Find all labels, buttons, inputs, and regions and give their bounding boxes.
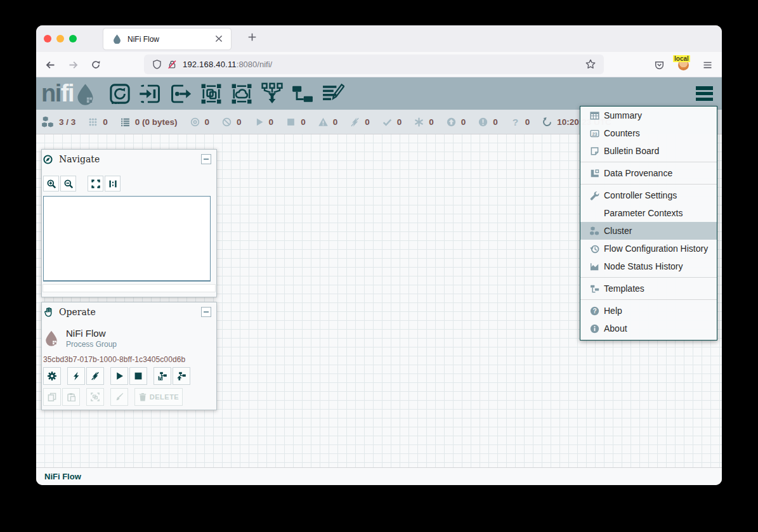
disable-all-button[interactable] — [86, 367, 104, 385]
enable-all-button[interactable] — [67, 367, 85, 385]
color-button[interactable] — [110, 388, 128, 406]
invalid-icon — [318, 117, 328, 127]
breadcrumb-nifi-flow[interactable]: NiFi Flow — [44, 472, 81, 481]
menu-item-controller-settings[interactable]: Controller Settings — [580, 186, 717, 204]
operate-panel: Operate NiFi Flow Process Group 35cbd3b7… — [41, 302, 217, 410]
menu-item-label: Cluster — [604, 226, 632, 236]
window-close-button[interactable] — [44, 35, 51, 42]
funnel-component[interactable] — [261, 82, 284, 105]
menu-item-bulletin-board[interactable]: Bulletin Board — [580, 142, 717, 160]
menu-item-label: About — [604, 323, 627, 334]
process-group-component[interactable] — [200, 82, 223, 105]
locally-modified-icon — [414, 117, 424, 127]
bookmark-star-icon[interactable] — [585, 59, 596, 69]
url-host: 192.168.40.11 — [183, 60, 237, 69]
paste-button[interactable] — [62, 388, 80, 406]
nifi-toolbar: nifi — [36, 77, 722, 110]
copy-button[interactable] — [43, 388, 61, 406]
active-threads-icon — [88, 117, 98, 127]
menu-item-parameter-contexts[interactable]: Parameter Contexts — [580, 204, 717, 222]
help-menu-icon: ? — [589, 306, 600, 316]
menu-item-data-provenance[interactable]: Data Provenance — [580, 164, 717, 182]
chart-area-menu-icon — [589, 262, 600, 271]
operate-panel-title: Operate — [59, 307, 201, 317]
tab-favicon-nifi-drop-icon — [112, 34, 122, 44]
save-template-button[interactable] — [154, 367, 171, 385]
forward-button[interactable] — [69, 60, 78, 70]
start-button[interactable] — [110, 367, 128, 385]
menu-item-label: Help — [604, 306, 622, 316]
nifi-logo: nifi — [41, 80, 96, 107]
label-component[interactable] — [322, 82, 344, 105]
tab-title: NiFi Flow — [127, 35, 159, 44]
stat-sync-failure: ?0 — [511, 117, 530, 127]
global-menu: Summary23CountersBulletin BoardData Prov… — [580, 106, 717, 341]
provenance-menu-icon — [589, 169, 600, 178]
menu-separator — [580, 162, 717, 162]
stat-locally-modified-stale-value: 0 — [493, 117, 498, 127]
menu-item-label: Data Provenance — [604, 168, 672, 178]
nifi-logo-drop-icon — [75, 81, 96, 107]
zoom-in-button[interactable] — [43, 176, 59, 191]
lock-insecure-icon[interactable] — [167, 60, 177, 69]
stat-disabled: 0 — [350, 117, 370, 127]
browser-menu-icon[interactable] — [703, 60, 712, 70]
stat-running-value: 0 — [269, 117, 274, 127]
template-menu-icon — [589, 284, 600, 294]
stopped-icon — [286, 117, 296, 127]
window-zoom-button[interactable] — [69, 35, 77, 42]
refresh-icon[interactable] — [542, 117, 552, 127]
navigate-collapse-button[interactable] — [201, 154, 211, 164]
menu-item-templates[interactable]: Templates — [580, 280, 717, 297]
menu-item-help[interactable]: ?Help — [580, 302, 717, 320]
fit-button[interactable] — [88, 176, 103, 191]
breadcrumb-bar: NiFi Flow — [36, 467, 722, 485]
url-bar[interactable]: 192.168.40.11:8080/nifi/ — [144, 55, 604, 74]
svg-text:23: 23 — [592, 131, 597, 136]
template-component[interactable] — [291, 82, 314, 105]
stat-stale: 0 — [447, 117, 466, 127]
compass-icon — [43, 155, 53, 164]
new-tab-button[interactable] — [247, 32, 257, 42]
back-button[interactable] — [46, 60, 55, 70]
menu-item-cluster[interactable]: Cluster — [580, 222, 717, 240]
stat-transmitting: 0 — [190, 117, 210, 127]
locally-modified-stale-icon — [478, 117, 488, 127]
nifi-global-menu-button[interactable] — [696, 86, 713, 101]
upload-template-button[interactable] — [173, 367, 190, 385]
running-icon — [254, 117, 264, 127]
group-button[interactable] — [86, 388, 104, 406]
remote-process-group-component[interactable] — [230, 82, 253, 105]
configuration-button[interactable] — [43, 367, 61, 385]
svg-text:?: ? — [592, 308, 596, 315]
menu-item-counters[interactable]: 23Counters — [580, 124, 717, 142]
disabled-icon — [350, 117, 360, 127]
menu-item-flow-configuration-history[interactable]: Flow Configuration History — [580, 240, 717, 257]
delete-button[interactable]: DELETE — [134, 388, 183, 406]
actual-size-button[interactable] — [105, 176, 121, 191]
stat-not-transmitting: 0 — [222, 117, 242, 127]
browser-navbar: 192.168.40.11:8080/nifi/ local — [36, 52, 722, 77]
nifi-logo-fi: fi — [61, 80, 74, 107]
menu-item-label: Node Status History — [604, 261, 683, 271]
menu-item-node-status-history[interactable]: Node Status History — [580, 257, 717, 275]
menu-item-label: Bulletin Board — [604, 146, 659, 156]
pocket-icon[interactable] — [655, 60, 664, 70]
birdseye-map[interactable] — [43, 196, 211, 282]
tab-close-icon[interactable] — [214, 34, 223, 43]
input-port-component[interactable] — [139, 82, 162, 105]
stat-invalid-value: 0 — [333, 117, 338, 127]
output-port-component[interactable] — [169, 82, 192, 105]
stat-running: 0 — [254, 117, 274, 127]
menu-item-about[interactable]: About — [580, 320, 717, 337]
window-minimize-button[interactable] — [56, 35, 64, 42]
processor-component[interactable] — [108, 82, 131, 105]
stat-locally-modified-value: 0 — [429, 117, 434, 127]
menu-item-summary[interactable]: Summary — [580, 107, 717, 124]
browser-tab[interactable]: NiFi Flow — [103, 29, 231, 49]
shield-icon[interactable] — [152, 60, 162, 69]
stop-button[interactable] — [129, 367, 147, 385]
operate-collapse-button[interactable] — [201, 307, 211, 317]
zoom-out-button[interactable] — [60, 176, 76, 191]
reload-button[interactable] — [91, 60, 100, 69]
